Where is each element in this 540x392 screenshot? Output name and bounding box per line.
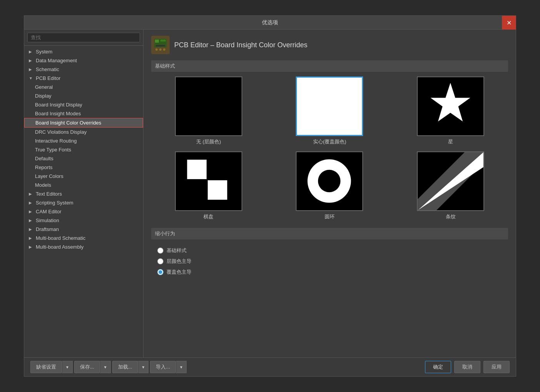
sidebar-item-label: Display [35, 93, 52, 99]
pcb-icon [153, 37, 168, 53]
cancel-button[interactable]: 取消 [454, 361, 480, 373]
apply-button[interactable]: 应用 [483, 361, 510, 373]
sidebar-item-label: System [36, 49, 52, 55]
svg-rect-3 [160, 40, 166, 42]
ok-button[interactable]: 确定 [425, 361, 451, 373]
radio-item-layer[interactable]: 层颜色主导 [157, 258, 502, 265]
load-button[interactable]: 加载... [112, 361, 138, 373]
svg-point-6 [159, 48, 162, 51]
footer-left: 缺省设置 ▼ 保存... ▼ 加载... ▼ 导入... ▼ [30, 361, 187, 373]
pattern-canvas-stripe [417, 151, 484, 211]
sidebar-item-label: CAM Editor [36, 209, 61, 214]
radio-label-override: 覆盖色主导 [167, 269, 192, 276]
sidebar-item-text-editors[interactable]: ▶ Text Editors [24, 189, 143, 198]
sidebar-item-data-management[interactable]: ▶ Data Management [24, 56, 143, 65]
shrink-section-header: 缩小行为 [151, 228, 508, 239]
radio-item-override[interactable]: 覆盖色主导 [157, 269, 502, 276]
sidebar-item-label: PCB Editor [36, 75, 60, 81]
pattern-label-solid: 实心(覆盖颜色) [313, 138, 347, 145]
sidebar-item-label: Reports [35, 164, 53, 170]
svg-rect-14 [208, 180, 227, 200]
sidebar-item-label: Draftsman [36, 226, 59, 232]
dialog-title: 优选项 [262, 19, 278, 26]
sidebar-item-simulation[interactable]: ▶ Simulation [24, 216, 143, 225]
sidebar-item-layer-colors[interactable]: Layer Colors [24, 172, 143, 181]
expand-arrow: ▶ [29, 201, 34, 205]
sidebar-item-reports[interactable]: Reports [24, 163, 143, 172]
dialog: 优选项 ✕ ▶ System ▶ Data Management [24, 15, 516, 377]
main-content: PCB Editor – Board Insight Color Overrid… [143, 30, 516, 357]
sidebar-item-label: Multi-board Schematic [36, 235, 85, 241]
sidebar-item-general[interactable]: General [24, 83, 143, 91]
sidebar-item-pcb-editor[interactable]: ▼ PCB Editor [24, 74, 143, 83]
sidebar-item-multiboard-schematic[interactable]: ▶ Multi-board Schematic [24, 234, 143, 243]
pattern-label-stripe: 条纹 [446, 213, 456, 220]
pattern-label-star: 星 [448, 138, 453, 145]
patterns-grid: 无 (层颜色) 实心(覆盖颜色) 星 [151, 76, 508, 220]
radio-item-basic[interactable]: 基础样式 [157, 247, 502, 254]
pattern-ring[interactable]: 圆环 [272, 151, 387, 220]
sidebar-item-label: Interactive Routing [35, 138, 77, 144]
sidebar-item-drc-violations-display[interactable]: DRC Violations Display [24, 128, 143, 136]
reset-button[interactable]: 缺省设置 [30, 361, 62, 373]
pattern-checkerboard[interactable]: 棋盘 [151, 151, 266, 220]
sidebar-item-display[interactable]: Display [24, 91, 143, 100]
expand-arrow: ▶ [29, 227, 34, 231]
sidebar-item-defaults[interactable]: Defaults [24, 154, 143, 163]
page-header: PCB Editor – Board Insight Color Overrid… [151, 36, 508, 54]
pattern-label-ring: 圆环 [325, 213, 335, 220]
sidebar-item-interactive-routing[interactable]: Interactive Routing [24, 136, 143, 145]
reset-dropdown-arrow[interactable]: ▼ [62, 361, 73, 373]
import-button[interactable]: 导入... [150, 361, 176, 373]
sidebar-item-label: True Type Fonts [35, 147, 71, 153]
close-button[interactable]: ✕ [502, 16, 516, 30]
pattern-none[interactable]: 无 (层颜色) [151, 76, 266, 145]
radio-override[interactable] [157, 269, 163, 275]
svg-point-7 [163, 48, 165, 51]
footer-right: 确定 取消 应用 [425, 361, 510, 373]
footer: 缺省设置 ▼ 保存... ▼ 加载... ▼ 导入... ▼ 确定 取消 应用 [24, 357, 516, 376]
expand-arrow: ▶ [29, 245, 34, 249]
sidebar-item-label: Data Management [36, 58, 77, 63]
radio-basic[interactable] [157, 247, 163, 254]
sidebar-item-label: Schematic [36, 66, 59, 72]
svg-point-5 [155, 48, 158, 51]
expand-arrow: ▼ [29, 76, 34, 80]
sidebar-item-true-type-fonts[interactable]: True Type Fonts [24, 145, 143, 154]
pattern-solid[interactable]: 实心(覆盖颜色) [272, 76, 387, 145]
sidebar-item-label: Models [35, 182, 51, 188]
sidebar-item-system[interactable]: ▶ System [24, 47, 143, 56]
reset-button-group: 缺省设置 ▼ [30, 361, 73, 373]
sidebar-item-cam-editor[interactable]: ▶ CAM Editor [24, 207, 143, 216]
sidebar-item-label: Simulation [36, 218, 59, 223]
title-bar: 优选项 ✕ [24, 16, 516, 30]
sidebar-item-multiboard-assembly[interactable]: ▶ Multi-board Assembly [24, 243, 143, 251]
save-button[interactable]: 保存... [74, 361, 100, 373]
sidebar-item-models[interactable]: Models [24, 181, 143, 189]
pattern-canvas-star [417, 76, 484, 136]
sidebar-item-label: Defaults [35, 156, 53, 161]
sidebar-item-board-insight-modes[interactable]: Board Insight Modes [24, 109, 143, 118]
sidebar-item-draftsman[interactable]: ▶ Draftsman [24, 225, 143, 234]
radio-layer[interactable] [157, 258, 163, 264]
body: ▶ System ▶ Data Management ▶ Schematic ▼… [24, 30, 516, 357]
save-dropdown-arrow[interactable]: ▼ [100, 361, 111, 373]
sidebar-item-label: General [35, 84, 53, 90]
sidebar-item-board-insight-display[interactable]: Board Insight Display [24, 100, 143, 109]
load-dropdown-arrow[interactable]: ▼ [138, 361, 149, 373]
sidebar-item-board-insight-color-overrides[interactable]: Board Insight Color Overrides [24, 118, 143, 128]
pattern-star[interactable]: 星 [393, 76, 508, 145]
load-button-group: 加载... ▼ [112, 361, 149, 373]
pattern-stripe[interactable]: 条纹 [393, 151, 508, 220]
basic-style-section-header: 基础样式 [151, 60, 508, 72]
search-input[interactable] [27, 33, 140, 42]
pattern-canvas-ring [296, 151, 363, 211]
svg-rect-11 [187, 159, 207, 179]
tree: ▶ System ▶ Data Management ▶ Schematic ▼… [24, 46, 143, 357]
import-dropdown-arrow[interactable]: ▼ [176, 361, 187, 373]
sidebar-item-scripting-system[interactable]: ▶ Scripting System [24, 198, 143, 207]
sidebar-item-schematic[interactable]: ▶ Schematic [24, 65, 143, 74]
save-button-group: 保存... ▼ [74, 361, 111, 373]
checkerboard-svg [176, 152, 242, 210]
svg-rect-13 [187, 180, 207, 200]
